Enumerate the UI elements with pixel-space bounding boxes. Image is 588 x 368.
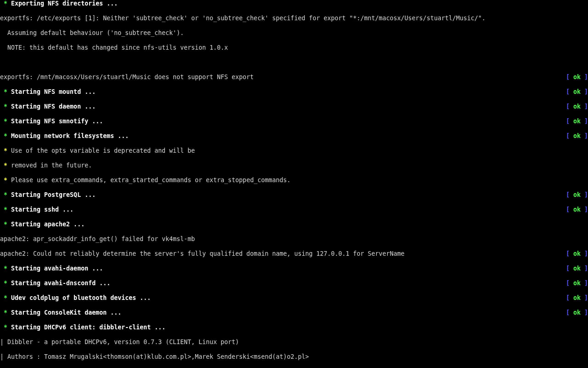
msg: Starting NFS daemon ... xyxy=(11,103,96,110)
msg: removed in the future. xyxy=(11,162,92,169)
msg: apache2: apr_sockaddr_info_get() failed … xyxy=(0,236,195,242)
msg: Assuming default behaviour ('no_subtree_… xyxy=(0,29,184,36)
bullet-icon: * xyxy=(0,309,11,316)
status-ok: [ ok ] xyxy=(566,118,588,125)
status-ok: [ ok ] xyxy=(566,206,588,213)
msg: apache2: Could not reliably determine th… xyxy=(0,250,405,257)
pipe-icon: | xyxy=(0,339,7,345)
msg: NOTE: this default has changed since nfs… xyxy=(0,44,228,51)
msg: exportfs: /etc/exports [1]: Neither 'sub… xyxy=(0,15,486,22)
bullet-icon: * xyxy=(0,324,11,331)
msg: Dibbler - a portable DHCPv6, version 0.7… xyxy=(7,339,239,345)
bullet-icon: * xyxy=(0,265,11,272)
bullet-icon: * xyxy=(0,206,11,213)
bullet-icon: * xyxy=(0,162,11,169)
status-ok: [ ok ] xyxy=(566,132,588,140)
msg: Authors : Tomasz Mrugalski<thomson(at)kl… xyxy=(7,353,309,360)
msg: Starting DHCPv6 client: dibbler-client .… xyxy=(11,324,165,331)
bullet-icon: * xyxy=(0,88,11,95)
msg: Starting NFS smnotify ... xyxy=(11,118,103,125)
msg: Starting NFS mountd ... xyxy=(11,88,96,95)
status-ok: [ ok ] xyxy=(566,88,588,96)
status-ok: [ ok ] xyxy=(566,294,588,302)
status-ok: [ ok ] xyxy=(566,191,588,199)
msg: Udev coldplug of bluetooth devices ... xyxy=(11,294,151,301)
bullet-icon: * xyxy=(0,0,11,7)
msg: Starting apache2 ... xyxy=(11,221,85,228)
status-ok: [ ok ] xyxy=(566,280,588,287)
msg: Please use extra_commands, extra_started… xyxy=(11,177,290,184)
status-ok: [ ok ] xyxy=(566,309,588,316)
msg: Mounting network filesystems ... xyxy=(11,132,129,139)
msg: Starting PostgreSQL ... xyxy=(11,191,96,198)
msg: Starting ConsoleKit daemon ... xyxy=(11,309,121,316)
bullet-icon: * xyxy=(0,280,11,287)
bullet-icon: * xyxy=(0,221,11,228)
status-ok: [ ok ] xyxy=(566,103,588,110)
msg: Starting sshd ... xyxy=(11,206,74,213)
bullet-icon: * xyxy=(0,118,11,125)
msg: exportfs: /mnt/macosx/Users/stuartl/Musi… xyxy=(0,74,254,80)
bullet-icon: * xyxy=(0,191,11,198)
terminal-output[interactable]: * Exporting NFS directories ... exportfs… xyxy=(0,0,588,368)
bullet-icon: * xyxy=(0,103,11,110)
bullet-icon: * xyxy=(0,294,11,301)
msg: Use of the opts variable is deprecated a… xyxy=(11,147,195,154)
status-ok: [ ok ] xyxy=(566,74,588,81)
pipe-icon: | xyxy=(0,353,7,360)
msg: Exporting NFS directories ... xyxy=(11,0,118,7)
bullet-icon: * xyxy=(0,132,11,139)
status-ok: [ ok ] xyxy=(566,250,588,258)
status-ok: [ ok ] xyxy=(566,265,588,272)
bullet-icon: * xyxy=(0,147,11,154)
msg: Starting avahi-daemon ... xyxy=(11,265,103,272)
bullet-icon: * xyxy=(0,177,11,184)
msg: Starting avahi-dnsconfd ... xyxy=(11,280,110,287)
